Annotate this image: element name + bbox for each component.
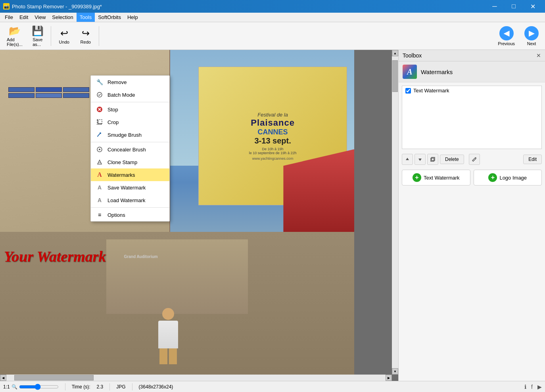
person [152, 308, 184, 364]
menu-edit[interactable]: Edit [16, 13, 31, 22]
scroll-thumb-v[interactable] [392, 60, 398, 92]
watermark-list[interactable]: Text Watermark [402, 86, 542, 149]
menu-tools[interactable]: Tools [77, 13, 95, 22]
status-sep-2 [109, 383, 110, 390]
remove-label: Remove [107, 79, 127, 85]
clone-stamp-label: Clone Stamp [107, 159, 137, 165]
zoom-icon: 🔍 [12, 384, 17, 390]
zoom-label: 1:1 [3, 384, 10, 390]
scroll-track-v[interactable] [392, 56, 398, 368]
zoom-display: 1:1 🔍 [3, 384, 59, 390]
maximize-button[interactable]: □ [505, 0, 523, 13]
save-as-button[interactable]: 💾 Saveas... [28, 24, 48, 48]
concealer-brush-label: Concealer Brush [107, 147, 146, 153]
zoom-slider[interactable] [19, 384, 59, 390]
menu-item-save-watermark[interactable]: A Save Watermark [91, 181, 169, 194]
menu-item-concealer-brush[interactable]: Concealer Brush [91, 143, 169, 156]
load-watermark-icon: A [96, 196, 104, 204]
crop-label: Crop [107, 119, 119, 125]
toolbar: 📂 AddFile(s)... 💾 Saveas... ↩ Undo ↪ Red… [0, 22, 545, 50]
main-area: Festival de la Plaisance CANNES 3-13 sep… [0, 50, 545, 381]
save-as-label: Saveas... [33, 37, 42, 47]
steps [106, 239, 248, 314]
watermarks-section-header: A Watermarks [399, 61, 545, 82]
undo-button[interactable]: ↩ Undo [54, 24, 74, 48]
menu-item-crop[interactable]: Crop [91, 116, 169, 128]
smudge-brush-icon [96, 131, 104, 139]
scroll-down-button[interactable]: ▼ [392, 368, 398, 375]
next-label: Next [527, 41, 536, 46]
sep-3 [91, 207, 169, 208]
nav-buttons: ◀ Previous ▶ Next [495, 25, 542, 48]
scroll-thumb-h[interactable] [14, 375, 94, 381]
edit-icon-button[interactable] [469, 154, 480, 165]
menu-view[interactable]: View [31, 13, 49, 22]
status-bar: 1:1 🔍 Time (s): 2.3 JPG (3648x2736x24) ℹ… [0, 381, 545, 392]
add-files-icon: 📂 [9, 25, 21, 36]
minimize-button[interactable]: ─ [486, 0, 504, 13]
watermarks-big-icon: A [403, 65, 417, 79]
undo-icon: ↩ [60, 28, 68, 39]
text-watermark-checkbox[interactable] [405, 88, 411, 94]
menu-item-watermarks[interactable]: A Watermarks [91, 168, 169, 181]
menu-item-stop[interactable]: Stop [91, 103, 169, 116]
save-watermark-label: Save Watermark [107, 185, 146, 191]
watermark-list-item[interactable]: Text Watermark [402, 86, 541, 95]
stop-label: Stop [107, 107, 118, 113]
add-logo-image-icon: + [488, 173, 497, 182]
redo-button[interactable]: ↪ Redo [76, 24, 96, 48]
photo-scene: Festival de la Plaisance CANNES 3-13 sep… [0, 50, 354, 381]
svg-point-5 [99, 149, 100, 150]
menu-item-batch-mode[interactable]: Batch Mode [91, 88, 169, 101]
scroll-track-h[interactable] [6, 375, 386, 381]
move-up-button[interactable] [402, 154, 413, 165]
app-icon: 📷 [3, 3, 10, 10]
add-files-button[interactable]: 📂 AddFile(s)... [3, 24, 26, 48]
add-logo-image-label: Logo Image [499, 175, 527, 181]
menu-item-load-watermark[interactable]: A Load Watermark [91, 194, 169, 207]
info-button[interactable]: ℹ [524, 384, 526, 390]
menu-item-remove[interactable]: 🔧 Remove [91, 76, 169, 88]
vertical-scrollbar[interactable]: ▲ ▼ [392, 50, 398, 375]
add-text-watermark-button[interactable]: + Text Watermark [402, 170, 470, 185]
close-button[interactable]: ✕ [524, 0, 542, 13]
share-youtube-button[interactable]: ▶ [537, 384, 542, 390]
batch-mode-icon [96, 91, 104, 99]
status-sep-3 [132, 383, 132, 390]
menu-item-clone-stamp[interactable]: Clone Stamp [91, 156, 169, 168]
scroll-left-button[interactable]: ◀ [0, 375, 6, 381]
add-logo-image-button[interactable]: + Logo Image [474, 170, 542, 185]
sep-1 [91, 102, 169, 102]
move-down-button[interactable] [415, 154, 426, 165]
undo-label: Undo [59, 40, 69, 44]
horizontal-scrollbar[interactable]: ◀ ▶ [0, 375, 392, 381]
next-button[interactable]: ▶ Next [521, 25, 542, 48]
menu-item-smudge-brush[interactable]: Smudge Brush [91, 128, 169, 141]
menu-help[interactable]: Help [124, 13, 141, 22]
scroll-up-button[interactable]: ▲ [392, 50, 398, 56]
status-sep-1 [65, 383, 65, 390]
watermarks-section-title: Watermarks [421, 69, 453, 75]
delete-button[interactable]: Delete [440, 155, 464, 164]
edit-button[interactable]: Edit [523, 155, 542, 164]
svg-rect-7 [432, 157, 435, 161]
clone-stamp-icon [96, 158, 104, 166]
sep-2 [91, 142, 169, 142]
watermarks-menu-icon: A [96, 171, 104, 179]
time-label: Time (s): [72, 384, 90, 390]
toolbar-separator-2 [99, 26, 99, 46]
menu-selection[interactable]: Selection [49, 13, 76, 22]
toolbox-close-button[interactable]: ✕ [536, 52, 541, 59]
previous-icon: ◀ [499, 26, 514, 40]
share-facebook-button[interactable]: f [531, 384, 533, 390]
scroll-right-button[interactable]: ▶ [386, 375, 392, 381]
copy-button[interactable] [427, 154, 438, 165]
menu-softorbits[interactable]: SoftOrbits [95, 13, 124, 22]
redo-icon: ↪ [82, 28, 90, 39]
previous-button[interactable]: ◀ Previous [495, 25, 518, 48]
menu-item-options[interactable]: ≡ Options [91, 208, 169, 221]
canvas-area[interactable]: Festival de la Plaisance CANNES 3-13 sep… [0, 50, 398, 381]
add-text-watermark-label: Text Watermark [424, 175, 460, 181]
menu-file[interactable]: File [2, 13, 16, 22]
watermarks-label: Watermarks [107, 172, 135, 178]
